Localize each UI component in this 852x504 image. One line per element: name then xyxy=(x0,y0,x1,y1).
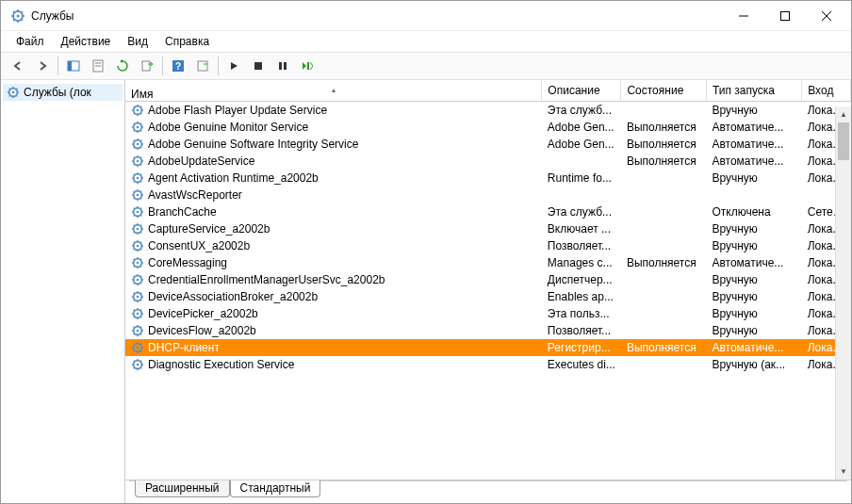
gear-icon xyxy=(7,86,20,99)
service-name: DevicePicker_a2002b xyxy=(148,307,258,320)
service-name: AdobeUpdateService xyxy=(148,154,254,168)
svg-rect-25 xyxy=(284,62,287,70)
service-name: Agent Activation Runtime_a2002b xyxy=(148,171,319,185)
scroll-up-button[interactable]: ▲ xyxy=(836,106,851,122)
column-state[interactable]: Состояние xyxy=(621,80,707,102)
help-button[interactable]: ? xyxy=(167,55,189,77)
service-desc: Adobe Gen... xyxy=(542,119,621,136)
service-name: CaptureService_a2002b xyxy=(148,222,270,236)
title-bar: Службы xyxy=(1,1,851,31)
service-name: CoreMessaging xyxy=(148,256,227,269)
gear-icon xyxy=(131,138,144,151)
service-desc: Manages c... xyxy=(542,254,621,271)
service-state xyxy=(621,271,707,288)
restart-service-button[interactable] xyxy=(296,55,319,77)
service-name: BranchCache xyxy=(148,205,217,219)
export-button[interactable] xyxy=(136,55,158,77)
service-desc: Регистрир... xyxy=(542,339,621,356)
table-row[interactable]: DevicePicker_a2002bЭта польз...ВручнуюЛо… xyxy=(125,305,851,322)
service-startup: Вручную xyxy=(706,237,801,254)
table-row[interactable]: BranchCacheЭта служб...ОтключенаСетев... xyxy=(125,203,851,220)
service-state xyxy=(621,203,707,220)
table-row[interactable]: DevicesFlow_a2002bПозволяет...ВручнуюЛок… xyxy=(125,322,851,339)
gear-icon xyxy=(131,324,144,337)
svg-rect-11 xyxy=(781,11,790,20)
table-row[interactable]: CredentialEnrollmentManagerUserSvc_a2002… xyxy=(125,271,851,288)
gear-icon xyxy=(131,154,144,168)
service-state xyxy=(621,237,707,254)
scroll-down-button[interactable]: ▼ xyxy=(836,463,851,480)
menu-view[interactable]: Вид xyxy=(120,33,156,50)
tree-item-services[interactable]: Службы (лок xyxy=(3,84,123,101)
back-button[interactable] xyxy=(7,55,29,77)
service-state xyxy=(621,288,707,305)
service-startup xyxy=(706,187,801,203)
gear-icon xyxy=(131,188,144,202)
table-row[interactable]: Adobe Genuine Software Integrity Service… xyxy=(125,136,851,153)
table-row[interactable]: ConsentUX_a2002bПозволяет...ВручнуюЛока.… xyxy=(125,237,851,254)
gear-icon xyxy=(131,273,144,286)
tab-standard[interactable]: Стандартный xyxy=(230,480,321,497)
help-topics-button[interactable] xyxy=(191,55,214,77)
table-row[interactable]: Adobe Flash Player Update ServiceЭта слу… xyxy=(125,102,851,120)
minimize-button[interactable] xyxy=(723,2,764,30)
refresh-button[interactable] xyxy=(111,55,134,77)
service-name: AvastWscReporter xyxy=(148,188,242,202)
service-desc: Позволяет... xyxy=(542,237,621,254)
app-icon xyxy=(10,8,25,24)
service-name: DHCP-клиент xyxy=(148,341,220,354)
service-startup: Вручную xyxy=(706,102,801,120)
table-row[interactable]: AdobeUpdateServiceВыполняетсяАвтоматиче.… xyxy=(125,153,851,170)
service-state xyxy=(621,356,707,373)
gear-icon xyxy=(131,341,144,354)
gear-icon xyxy=(131,239,144,252)
table-row[interactable]: DHCP-клиентРегистрир...ВыполняетсяАвтома… xyxy=(125,339,851,356)
table-row[interactable]: Diagnostic Execution ServiceExecutes di.… xyxy=(125,356,851,373)
table-row[interactable]: AvastWscReporter xyxy=(125,187,851,203)
tab-extended[interactable]: Расширенный xyxy=(135,480,230,497)
service-state: Выполняется xyxy=(621,136,707,153)
svg-rect-24 xyxy=(279,62,282,70)
service-startup: Вручную xyxy=(706,305,801,322)
maximize-button[interactable] xyxy=(764,2,806,30)
column-logon[interactable]: Вход xyxy=(802,80,851,102)
service-startup: Автоматиче... xyxy=(706,339,801,356)
column-name[interactable]: Имя▴ xyxy=(125,80,542,102)
service-state xyxy=(621,322,707,339)
service-desc: Enables ap... xyxy=(542,288,621,305)
service-state xyxy=(621,220,707,237)
menu-action[interactable]: Действие xyxy=(54,33,119,50)
scroll-thumb[interactable] xyxy=(838,122,849,160)
table-row[interactable]: CaptureService_a2002bВключает ...Вручную… xyxy=(125,220,851,237)
column-startup[interactable]: Тип запуска xyxy=(706,80,801,102)
column-headers: Имя▴ Описание Состояние Тип запуска Вход xyxy=(125,80,851,102)
service-desc xyxy=(542,153,621,170)
service-desc: Эта польз... xyxy=(542,305,621,322)
close-button[interactable] xyxy=(806,2,847,30)
menu-file[interactable]: Файл xyxy=(8,33,52,50)
table-row[interactable]: DeviceAssociationBroker_a2002bEnables ap… xyxy=(125,288,851,305)
table-row[interactable]: Agent Activation Runtime_a2002bRuntime f… xyxy=(125,170,851,187)
service-name: Diagnostic Execution Service xyxy=(148,358,294,371)
table-row[interactable]: CoreMessagingManages c...ВыполняетсяАвто… xyxy=(125,254,851,271)
menu-help[interactable]: Справка xyxy=(157,33,217,50)
forward-button[interactable] xyxy=(31,55,54,77)
service-name: Adobe Genuine Monitor Service xyxy=(148,121,308,134)
service-name: Adobe Genuine Software Integrity Service xyxy=(148,138,358,151)
table-row[interactable]: Adobe Genuine Monitor ServiceAdobe Gen..… xyxy=(125,119,851,136)
svg-rect-23 xyxy=(254,62,262,70)
properties-button[interactable] xyxy=(87,55,109,77)
gear-icon xyxy=(131,307,144,320)
pause-service-button[interactable] xyxy=(271,55,294,77)
start-service-button[interactable] xyxy=(222,55,245,77)
service-desc: Эта служб... xyxy=(542,203,621,220)
service-startup: Автоматиче... xyxy=(706,254,801,271)
column-description[interactable]: Описание xyxy=(542,80,621,102)
service-startup: Вручную xyxy=(706,322,801,339)
stop-service-button[interactable] xyxy=(247,55,270,77)
gear-icon xyxy=(131,121,144,134)
service-startup: Автоматиче... xyxy=(706,136,801,153)
vertical-scrollbar[interactable]: ▲ ▼ xyxy=(835,106,851,480)
show-hide-tree-button[interactable] xyxy=(62,55,85,77)
service-name: Adobe Flash Player Update Service xyxy=(148,104,327,117)
